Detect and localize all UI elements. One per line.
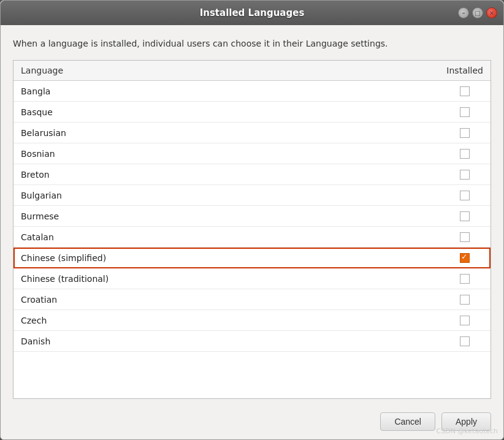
language-cell: Breton [13, 164, 439, 185]
table-row[interactable]: Catalan [13, 227, 491, 248]
close-button[interactable]: ✕ [486, 7, 497, 18]
language-checkbox[interactable] [460, 170, 470, 180]
window-title: Installed Languages [200, 7, 305, 18]
language-cell: Bosnian [13, 143, 439, 164]
installed-cell[interactable] [439, 185, 491, 206]
table-row[interactable]: Basque [13, 102, 491, 123]
watermark: CSDN @ketaotech [437, 427, 498, 435]
installed-cell[interactable] [439, 310, 491, 331]
table-row[interactable]: Croatian [13, 289, 491, 310]
table-row[interactable]: Danish [13, 331, 491, 352]
table-row[interactable]: Bangla [13, 81, 491, 102]
installed-cell[interactable] [439, 227, 491, 248]
table-row[interactable]: Breton [13, 164, 491, 185]
installed-cell[interactable] [439, 331, 491, 352]
installed-cell[interactable] [439, 123, 491, 143]
installed-cell[interactable] [439, 268, 491, 289]
table-row[interactable]: Bosnian [13, 143, 491, 164]
installed-cell[interactable] [439, 206, 491, 227]
language-checkbox[interactable] [460, 295, 470, 305]
installed-cell[interactable] [439, 164, 491, 185]
minimize-button[interactable]: – [458, 7, 469, 18]
footer: Cancel Apply [1, 405, 503, 439]
installed-cell[interactable] [439, 289, 491, 310]
installed-languages-window: Installed Languages – □ ✕ When a languag… [0, 0, 504, 440]
language-cell: Czech [13, 310, 439, 331]
language-checkbox[interactable] [460, 86, 470, 96]
table-row[interactable]: Burmese [13, 206, 491, 227]
description-text: When a language is installed, individual… [13, 37, 491, 50]
language-checkbox[interactable] [460, 128, 470, 138]
installed-cell[interactable] [439, 143, 491, 164]
language-table-body: BanglaBasqueBelarusianBosnianBretonBulga… [13, 81, 491, 352]
language-cell: Croatian [13, 289, 439, 310]
language-checkbox[interactable] [460, 211, 470, 221]
language-cell: Bangla [13, 81, 439, 102]
language-cell: Basque [13, 102, 439, 123]
language-cell: Burmese [13, 206, 439, 227]
language-checkbox[interactable] [460, 191, 470, 200]
cancel-button[interactable]: Cancel [380, 412, 435, 431]
language-checkbox[interactable] [460, 107, 470, 117]
language-checkbox[interactable] [460, 232, 470, 242]
table-row[interactable]: Belarusian [13, 123, 491, 143]
maximize-button[interactable]: □ [472, 7, 483, 18]
window-controls: – □ ✕ [458, 7, 497, 18]
installed-cell[interactable] [439, 102, 491, 123]
installed-cell[interactable] [439, 81, 491, 102]
language-cell: Danish [13, 331, 439, 352]
language-checkbox[interactable] [460, 274, 470, 284]
language-cell: Bulgarian [13, 185, 439, 206]
installed-cell[interactable] [439, 248, 491, 268]
language-checkbox[interactable] [460, 316, 470, 325]
content-area: When a language is installed, individual… [1, 25, 503, 405]
col-header-installed: Installed [439, 61, 491, 81]
language-checkbox[interactable] [460, 149, 470, 159]
languages-table-container[interactable]: Language Installed BanglaBasqueBelarusia… [13, 60, 491, 399]
col-header-language: Language [13, 61, 439, 81]
table-row[interactable]: Chinese (traditional) [13, 268, 491, 289]
table-row[interactable]: Czech [13, 310, 491, 331]
table-row[interactable]: Chinese (simplified) [13, 248, 491, 268]
language-checkbox[interactable] [460, 336, 470, 346]
language-checkbox[interactable] [460, 253, 470, 263]
language-cell: Chinese (traditional) [13, 268, 439, 289]
language-cell: Chinese (simplified) [13, 248, 439, 268]
languages-table: Language Installed BanglaBasqueBelarusia… [13, 61, 491, 352]
table-header-row: Language Installed [13, 61, 491, 81]
language-cell: Catalan [13, 227, 439, 248]
titlebar: Installed Languages – □ ✕ [1, 1, 503, 25]
table-row[interactable]: Bulgarian [13, 185, 491, 206]
language-cell: Belarusian [13, 123, 439, 143]
